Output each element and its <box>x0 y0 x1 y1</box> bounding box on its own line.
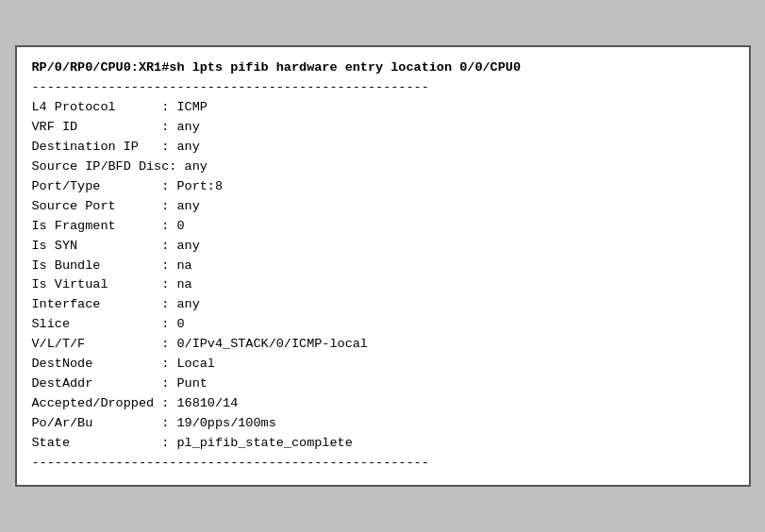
row-label: Port/Type <box>32 177 162 197</box>
row-label: Is Fragment <box>32 217 162 237</box>
row-colon: : <box>161 197 176 217</box>
row-colon: : <box>161 295 176 315</box>
row-label: Destination IP <box>32 138 162 158</box>
row-colon: : <box>161 257 176 276</box>
table-row: DestNode : Local <box>32 355 734 374</box>
table-row: DestAddr : Punt <box>32 374 734 394</box>
row-colon: : <box>161 138 176 158</box>
row-colon: : <box>161 374 176 394</box>
row-label: Is Bundle <box>32 257 162 276</box>
row-colon: : <box>161 237 176 257</box>
table-row: Is SYN : any <box>32 237 734 257</box>
row-colon: : <box>161 98 176 118</box>
table-row: Source Port : any <box>32 197 734 217</box>
row-value: 16810/14 <box>176 394 238 414</box>
row-label: Source IP/BFD Disc <box>32 158 170 177</box>
table-row: Is Virtual : na <box>32 275 734 295</box>
row-label: Source Port <box>32 197 162 217</box>
row-colon: : <box>161 118 176 138</box>
table-row: Slice : 0 <box>32 315 734 335</box>
row-value: any <box>176 237 199 257</box>
row-label: DestAddr <box>32 374 162 394</box>
row-label: L4 Protocol <box>32 98 162 118</box>
row-value: 19/0pps/100ms <box>176 414 275 434</box>
row-colon: : <box>161 177 176 197</box>
table-row: Port/Type : Port:8 <box>32 177 734 197</box>
row-label: V/L/T/F <box>32 335 162 355</box>
row-label: Accepted/Dropped <box>32 394 162 414</box>
table-row: State : pl_pifib_state_complete <box>32 434 734 454</box>
table-row: Is Fragment : 0 <box>32 217 734 237</box>
row-colon: : <box>161 275 176 295</box>
row-label: Po/Ar/Bu <box>32 414 162 434</box>
row-value: na <box>176 275 191 295</box>
row-label: Slice <box>32 315 162 335</box>
row-value: Local <box>176 355 215 374</box>
row-value: Punt <box>176 374 207 394</box>
row-value: any <box>176 197 199 217</box>
separator-bottom: ----------------------------------------… <box>32 454 734 474</box>
row-label: Is SYN <box>32 237 162 257</box>
row-label: DestNode <box>32 355 162 374</box>
table-row: Po/Ar/Bu : 19/0pps/100ms <box>32 414 734 434</box>
row-label: State <box>32 434 162 454</box>
table-row: Source IP/BFD Disc: any <box>32 158 734 177</box>
row-value: na <box>176 257 191 276</box>
row-value: any <box>176 295 199 315</box>
row-value: Port:8 <box>176 177 223 197</box>
row-colon: : <box>161 355 176 374</box>
table-row: VRF ID : any <box>32 118 734 138</box>
row-value: any <box>176 138 199 158</box>
row-colon: : <box>161 394 176 414</box>
row-value: any <box>176 118 199 138</box>
row-value: 0 <box>176 315 184 335</box>
row-colon: : <box>161 335 176 355</box>
table-row: Interface : any <box>32 295 734 315</box>
table-row: Is Bundle : na <box>32 257 734 276</box>
data-rows: L4 Protocol : ICMPVRF ID : anyDestinatio… <box>32 98 734 454</box>
row-label: VRF ID <box>32 118 162 138</box>
row-colon: : <box>169 158 184 177</box>
separator-top: ----------------------------------------… <box>32 78 734 98</box>
row-colon: : <box>161 434 176 454</box>
row-value: ICMP <box>176 98 207 118</box>
terminal-window: RP/0/RP0/CPU0:XR1#sh lpts pifib hardware… <box>15 45 751 486</box>
row-colon: : <box>161 315 176 335</box>
command-text: RP/0/RP0/CPU0:XR1#sh lpts pifib hardware… <box>32 58 521 78</box>
table-row: Accepted/Dropped : 16810/14 <box>32 394 734 414</box>
row-value: 0 <box>176 217 184 237</box>
row-label: Is Virtual <box>32 275 162 295</box>
table-row: V/L/T/F : 0/IPv4_STACK/0/ICMP-local <box>32 335 734 355</box>
row-value: any <box>185 158 208 177</box>
row-colon: : <box>161 414 176 434</box>
table-row: L4 Protocol : ICMP <box>32 98 734 118</box>
row-label: Interface <box>32 295 162 315</box>
row-colon: : <box>161 217 176 237</box>
row-value: pl_pifib_state_complete <box>176 434 352 454</box>
row-value: 0/IPv4_STACK/0/ICMP-local <box>176 335 368 355</box>
command-line: RP/0/RP0/CPU0:XR1#sh lpts pifib hardware… <box>32 58 734 78</box>
table-row: Destination IP : any <box>32 138 734 158</box>
